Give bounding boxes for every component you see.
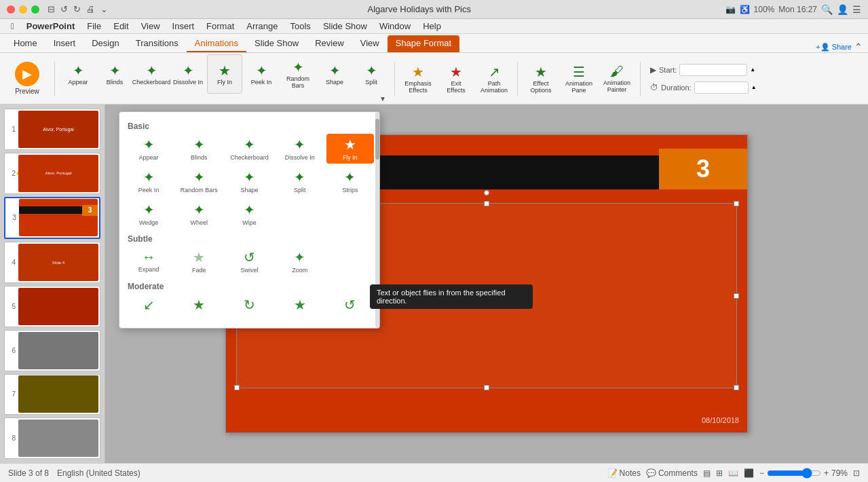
anim-expand[interactable]: ↔ Expand xyxy=(125,246,172,276)
anim-mod-3[interactable]: ↻ xyxy=(225,294,273,317)
menu-tools[interactable]: Tools xyxy=(285,20,316,33)
menu-edit[interactable]: Edit xyxy=(108,20,134,33)
anim-shape-btn[interactable]: ✦ Shape xyxy=(317,54,352,94)
anim-wedge[interactable]: ✦ Wedge xyxy=(125,199,172,229)
zoom-slider[interactable] xyxy=(767,468,821,479)
handle-top-mid[interactable] xyxy=(484,201,489,206)
duration-input[interactable] xyxy=(694,81,749,94)
menu-slideshow[interactable]: Slide Show xyxy=(318,20,373,33)
anim-swivel[interactable]: ↺ Swivel xyxy=(225,246,273,276)
menu-view[interactable]: View xyxy=(136,20,166,33)
tab-view[interactable]: View xyxy=(352,35,388,52)
slide-thumb-6[interactable]: 6 xyxy=(4,330,100,371)
share-button[interactable]: +👤 Share xyxy=(816,43,852,52)
menu-file[interactable]: File xyxy=(81,20,107,33)
menu-help[interactable]: Help xyxy=(417,20,447,33)
anim-blinds[interactable]: ✦ Blinds xyxy=(175,134,223,164)
tab-animations[interactable]: Animations xyxy=(187,35,246,52)
anim-strips[interactable]: ✦ Strips xyxy=(326,166,374,196)
anim-fade[interactable]: ★ Fade xyxy=(175,246,223,276)
anim-dissolvein[interactable]: ✦ Dissolve In xyxy=(276,134,324,164)
maximize-button[interactable] xyxy=(31,5,39,14)
tab-slideshow[interactable]: Slide Show xyxy=(246,35,307,52)
apple-menu[interactable]:  xyxy=(5,20,20,33)
back-icon[interactable]: ↺ xyxy=(60,4,68,14)
comments-button[interactable]: 💬 Comments xyxy=(646,468,698,478)
menu-format[interactable]: Format xyxy=(201,20,240,33)
anim-appear-btn[interactable]: ✦ Appear xyxy=(60,54,96,94)
handle-bot-right[interactable] xyxy=(734,385,739,390)
rotate-handle[interactable] xyxy=(484,190,489,196)
anim-zoom[interactable]: ✦ Zoom xyxy=(276,246,324,276)
user-icon[interactable]: 👤 xyxy=(837,4,848,15)
exit-effects-btn[interactable]: ★ ExitEffects xyxy=(438,59,474,98)
anim-peekin[interactable]: ✦ Peek In xyxy=(125,166,172,196)
animation-painter-btn[interactable]: 🖌 AnimationPainter xyxy=(599,59,635,98)
scrollbar-thumb[interactable] xyxy=(375,119,379,160)
anim-mod-5[interactable]: ↺ xyxy=(326,294,374,317)
anim-checkerboard-btn[interactable]: ✦ Checkerboard xyxy=(134,54,169,94)
notes-button[interactable]: 📝 Notes xyxy=(607,468,641,478)
anim-wheel[interactable]: ✦ Wheel xyxy=(175,199,223,229)
tab-design[interactable]: Design xyxy=(83,35,127,52)
slide-sorter-btn[interactable]: ⊞ xyxy=(716,468,723,478)
start-spinner-up[interactable]: ▲ xyxy=(750,67,755,73)
fit-slide-btn[interactable]: ⊡ xyxy=(853,468,860,478)
minimize-button[interactable] xyxy=(19,5,27,14)
slide-thumb-3[interactable]: 3 3 xyxy=(4,197,100,240)
more-icon[interactable]: ⌄ xyxy=(100,4,108,14)
anim-randombars-btn[interactable]: ✦ Random Bars xyxy=(280,54,316,94)
anim-flyin-btn[interactable]: ★ Fly In xyxy=(207,54,242,94)
window-controls[interactable] xyxy=(7,5,39,14)
slide-thumb-4[interactable]: 4 Slide 4 xyxy=(4,242,100,283)
print-icon[interactable]: 🖨 xyxy=(86,4,95,14)
preview-button[interactable]: ▶ Preview xyxy=(5,59,49,98)
anim-mod-4[interactable]: ★ xyxy=(276,294,324,317)
tab-insert[interactable]: Insert xyxy=(45,35,84,52)
emphasis-effects-btn[interactable]: ★ EmphasisEffects xyxy=(400,59,436,98)
search-icon[interactable]: 🔍 xyxy=(821,4,833,15)
close-button[interactable] xyxy=(7,5,15,14)
menu-powerpoint[interactable]: PowerPoint xyxy=(21,20,81,33)
handle-top-right[interactable] xyxy=(734,201,739,206)
duration-spinner-up[interactable]: ▲ xyxy=(751,84,757,90)
anim-checkerboard[interactable]: ✦ Checkerboard xyxy=(225,134,273,164)
path-animation-btn[interactable]: ↗ PathAnimation xyxy=(476,59,512,98)
handle-bot-left[interactable] xyxy=(234,385,240,390)
start-input[interactable] xyxy=(679,64,747,76)
anim-split[interactable]: ✦ Split xyxy=(276,166,324,196)
handle-bot-mid[interactable] xyxy=(484,385,489,390)
anim-split-btn[interactable]: ✦ Split xyxy=(354,54,389,94)
anim-wipe[interactable]: ✦ Wipe xyxy=(225,199,273,229)
tab-home[interactable]: Home xyxy=(5,35,45,52)
anim-mod-1[interactable]: ↙ xyxy=(125,294,172,317)
anim-peekin-btn[interactable]: ✦ Peek In xyxy=(244,54,279,94)
anim-dissolvein-btn[interactable]: ✦ Dissolve In xyxy=(170,54,206,94)
slide-thumb-2[interactable]: 2 ★ Alvor, Portugal xyxy=(4,153,100,194)
tab-transitions[interactable]: Transitions xyxy=(128,35,187,52)
zoom-in-btn[interactable]: + xyxy=(824,468,829,478)
normal-view-btn[interactable]: ▤ xyxy=(703,468,711,478)
menu-icon[interactable]: ☰ xyxy=(852,4,861,15)
more-animations-btn[interactable]: ▼ xyxy=(377,95,389,103)
anim-blinds-btn[interactable]: ✦ Blinds xyxy=(97,54,132,94)
tab-shape-format[interactable]: Shape Format xyxy=(388,35,459,52)
forward-icon[interactable]: ↻ xyxy=(73,4,81,14)
anim-mod-2[interactable]: ★ xyxy=(175,294,223,317)
slide-thumb-7[interactable]: 7 xyxy=(4,374,100,415)
sidebar-toggle-icon[interactable]: ⊟ xyxy=(48,4,55,14)
slide-thumb-5[interactable]: 5 xyxy=(4,286,100,327)
menu-arrange[interactable]: Arrange xyxy=(241,20,283,33)
handle-mid-right[interactable] xyxy=(734,293,739,299)
anim-flyin[interactable]: ★ Fly In xyxy=(326,134,374,164)
anim-appear[interactable]: ✦ Appear xyxy=(125,134,172,164)
slide-thumb-1[interactable]: 1 Alvor, Portugal xyxy=(4,109,100,150)
reading-view-btn[interactable]: 📖 xyxy=(728,468,738,478)
animation-pane-btn[interactable]: ☰ AnimationPane xyxy=(561,59,597,98)
menu-insert[interactable]: Insert xyxy=(167,20,200,33)
zoom-out-btn[interactable]: − xyxy=(759,468,764,478)
anim-shape[interactable]: ✦ Shape xyxy=(225,166,273,196)
effect-options-btn[interactable]: ★ EffectOptions xyxy=(523,59,559,98)
tab-review[interactable]: Review xyxy=(307,35,352,52)
presenter-view-btn[interactable]: ⬛ xyxy=(744,468,754,478)
